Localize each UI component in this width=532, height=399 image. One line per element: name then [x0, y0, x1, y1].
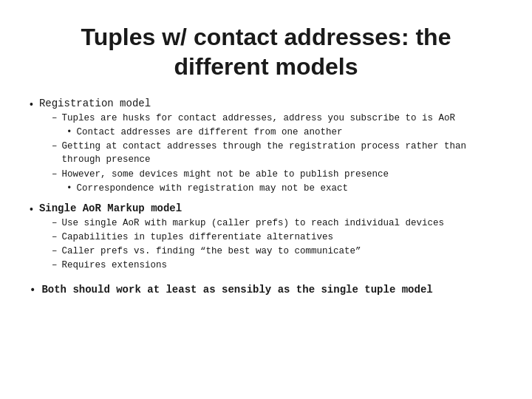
bullet-main-aor: • Single AoR Markup model	[30, 202, 502, 215]
content-area: • Registration model – Tuples are husks …	[30, 98, 502, 299]
bullet-main-registration: • Registration model	[30, 98, 502, 110]
sub-bullet-2: •	[66, 182, 72, 195]
sub-text-3: However, some devices might not be able …	[62, 168, 389, 181]
aor-sub-item-3: – Caller prefs vs. finding “the best way…	[52, 245, 502, 258]
aor-dash-2: –	[52, 231, 58, 244]
sub-item-2: – Getting at contact addresses through t…	[52, 140, 502, 166]
aor-dash-4: –	[52, 259, 58, 272]
aor-sub-item-2: – Capabilities in tuples differentiate a…	[52, 231, 502, 244]
aor-sub-items: – Use single AoR with markup (caller pre…	[52, 216, 502, 273]
aor-sub-text-2: Capabilities in tuples differentiate alt…	[62, 231, 334, 244]
sub-bullet-1: •	[66, 126, 72, 139]
aor-sub-text-1: Use single AoR with markup (caller prefs…	[62, 216, 445, 230]
bullet-dot-2: •	[30, 203, 33, 215]
slide: Tuples w/ contact addresses: the differe…	[0, 0, 532, 399]
bullet-both: • Both should work at least as sensibly …	[30, 282, 502, 298]
aor-label: Single AoR Markup model	[39, 202, 182, 214]
aor-sub-item-4: – Requires extensions	[52, 259, 502, 272]
sub-sub-item-1: • Contact addresses are different from o…	[66, 126, 502, 139]
registration-sub-items: – Tuples are husks for contact addresses…	[52, 112, 502, 195]
aor-sub-text-4: Requires extensions	[62, 259, 168, 272]
both-label: Both should work at least as sensibly as…	[41, 282, 432, 297]
bullet-dot-3: •	[30, 283, 35, 298]
sub-text-2: Getting at contact addresses through the…	[62, 140, 502, 166]
dash-2: –	[52, 140, 58, 153]
title-line2: different models	[30, 52, 502, 81]
sub-item-1: – Tuples are husks for contact addresses…	[52, 112, 502, 125]
sub-text-1: Tuples are husks for contact addresses, …	[62, 112, 456, 125]
sub-sub-text-2: Correspondence with registration may not…	[77, 182, 349, 195]
sub-sub-text-1: Contact addresses are different from one…	[77, 126, 343, 139]
aor-dash-1: –	[52, 216, 58, 230]
dash-1: –	[52, 112, 58, 125]
bullet-registration: • Registration model – Tuples are husks …	[30, 98, 502, 195]
sub-sub-item-2: • Correspondence with registration may n…	[66, 182, 502, 195]
title-line1: Tuples w/ contact addresses: the	[30, 22, 502, 52]
slide-title: Tuples w/ contact addresses: the differe…	[30, 22, 502, 81]
bullet-dot-1: •	[30, 98, 33, 110]
aor-dash-3: –	[52, 245, 58, 258]
aor-sub-text-3: Caller prefs vs. finding “the best way t…	[62, 245, 361, 258]
registration-label: Registration model	[39, 98, 151, 109]
sub-item-3: – However, some devices might not be abl…	[52, 168, 502, 181]
bullet-aor: • Single AoR Markup model – Use single A…	[30, 202, 502, 273]
aor-sub-item-1: – Use single AoR with markup (caller pre…	[52, 216, 502, 230]
dash-3: –	[52, 168, 58, 181]
